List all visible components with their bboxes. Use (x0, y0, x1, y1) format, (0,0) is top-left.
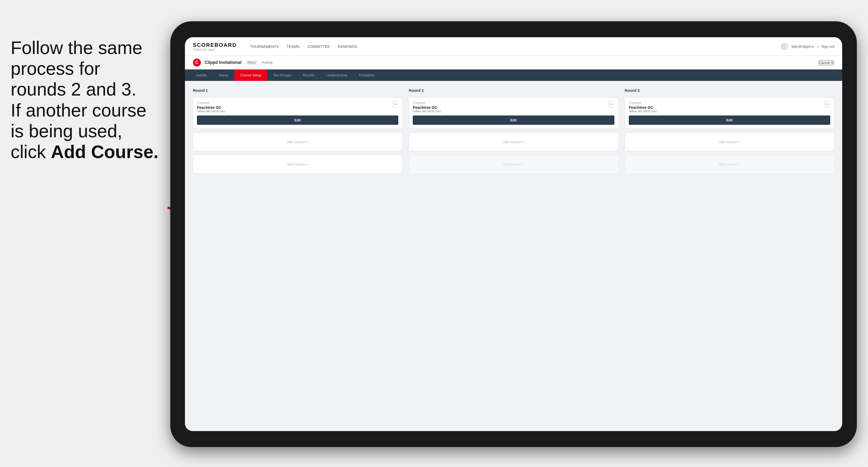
sub-header-left: C Clippd Invitational (Men) Hosting (193, 59, 273, 66)
round-3-course-name: Peachtree GC (629, 105, 657, 110)
round-3-course-details: Yellow (M) (6629 yds) (629, 110, 657, 113)
logo-sub: Powered by clippd (193, 48, 237, 51)
tab-tee-groups[interactable]: Tee Groups (268, 69, 297, 81)
tab-printables[interactable]: Printables (353, 69, 380, 81)
nav-teams[interactable]: TEAMS (287, 43, 299, 50)
tab-bar: Details Teams Course Setup Tee Groups Re… (185, 69, 842, 81)
round-3-course-label: (Course A) (629, 101, 657, 104)
instruction-text: Follow the same process for rounds 2 and… (0, 37, 186, 162)
round-1-column: Round 1 (Course A) Peachtree GC Yellow (… (193, 88, 402, 174)
round-1-edit-button[interactable]: Edit (197, 116, 398, 125)
round-1-add-course-label-1: Add Course + (287, 140, 308, 144)
round-3-title: Round 3 (625, 88, 834, 93)
main-content: Round 1 (Course A) Peachtree GC Yellow (… (185, 81, 842, 431)
tab-teams[interactable]: Teams (213, 69, 235, 81)
instruction-line6-bold: Add Course. (51, 142, 158, 162)
round-2-add-course-label-2: Add Course + (503, 162, 524, 166)
round-2-delete-icon[interactable]: ✕ (609, 101, 614, 107)
instruction-line4: If another course (11, 100, 146, 120)
instruction-line3: rounds 2 and 3. (11, 79, 136, 99)
cancel-button[interactable]: Cancel ✕ (818, 60, 834, 65)
nav-right: blair@clippd.io | Sign out (781, 43, 834, 50)
rounds-grid: Round 1 (Course A) Peachtree GC Yellow (… (193, 88, 834, 174)
round-2-column: Round 2 (Course A) Peachtree GC Yellow (… (409, 88, 618, 174)
instruction-line1: Follow the same (11, 37, 142, 58)
round-2-course-info: (Course A) Peachtree GC Yellow (M) (6629… (413, 101, 441, 116)
round-3-add-course-2[interactable]: Add Course + (625, 155, 834, 174)
round-2-add-course-label-1: Add Course + (503, 140, 524, 144)
round-2-course-details: Yellow (M) (6629 yds) (413, 110, 441, 113)
round-2-course-name: Peachtree GC (413, 105, 441, 110)
round-1-course-name: Peachtree GC (197, 105, 225, 110)
round-3-add-course-1[interactable]: Add Course + (625, 132, 834, 151)
round-3-add-course-label-2: Add Course + (719, 162, 740, 166)
round-1-delete-icon[interactable]: ✕ (393, 101, 398, 107)
round-3-course-info: (Course A) Peachtree GC Yellow (M) (6629… (629, 101, 657, 116)
round-3-add-course-label-1: Add Course + (719, 140, 740, 144)
round-1-course-label: (Course A) (197, 101, 225, 104)
round-1-course-info: (Course A) Peachtree GC Yellow (M) (6629… (197, 101, 225, 116)
round-3-column: Round 3 (Course A) Peachtree GC Yellow (… (625, 88, 834, 174)
tablet-screen: SCOREBOARD Powered by clippd TOURNAMENTS… (185, 37, 842, 431)
scoreboard-logo: SCOREBOARD Powered by clippd (193, 42, 237, 51)
logo-title: SCOREBOARD (193, 42, 237, 48)
round-1-add-course-1[interactable]: Add Course + (193, 132, 402, 151)
round-2-course-card: (Course A) Peachtree GC Yellow (M) (6629… (409, 97, 618, 129)
instruction-line6-prefix: click (11, 142, 51, 162)
sign-out-link[interactable]: Sign out (822, 44, 834, 49)
round-3-delete-icon[interactable]: ✕ (824, 101, 830, 107)
round-3-course-card: (Course A) Peachtree GC Yellow (M) (6629… (625, 97, 834, 129)
round-1-course-details: Yellow (M) (6629 yds) (197, 110, 225, 113)
round-2-course-label: (Course A) (413, 101, 441, 104)
tab-details[interactable]: Details (190, 69, 213, 81)
sub-header: C Clippd Invitational (Men) Hosting Canc… (185, 56, 842, 69)
tournament-gender: (Men) (245, 60, 258, 65)
nav-separator: | (817, 44, 818, 49)
tab-course-setup[interactable]: Course Setup (235, 69, 268, 81)
nav-links: TOURNAMENTS TEAMS COMMITTEE RANKINGS (250, 43, 781, 50)
nav-tournaments[interactable]: TOURNAMENTS (250, 43, 279, 50)
tournament-name: Clippd Invitational (205, 60, 242, 65)
hosting-label: Hosting (261, 61, 273, 64)
round-1-course-card: (Course A) Peachtree GC Yellow (M) (6629… (193, 97, 402, 129)
tab-leaderboards[interactable]: Leaderboards (320, 69, 353, 81)
instruction-line5: is being used, (11, 121, 122, 141)
round-1-add-course-label-2: Add Course + (287, 162, 308, 166)
round-2-edit-button[interactable]: Edit (413, 116, 614, 125)
round-3-edit-button[interactable]: Edit (629, 116, 830, 125)
round-1-title: Round 1 (193, 88, 402, 93)
round-1-card-header: (Course A) Peachtree GC Yellow (M) (6629… (197, 101, 398, 116)
clippd-icon: C (193, 59, 201, 66)
instruction-line2: process for (11, 58, 100, 79)
round-2-card-header: (Course A) Peachtree GC Yellow (M) (6629… (413, 101, 614, 116)
round-2-add-course-2[interactable]: Add Course + (409, 155, 618, 174)
top-nav: SCOREBOARD Powered by clippd TOURNAMENTS… (185, 37, 842, 56)
avatar (781, 43, 788, 50)
user-email: blair@clippd.io (792, 44, 814, 49)
round-3-card-header: (Course A) Peachtree GC Yellow (M) (6629… (629, 101, 830, 116)
round-2-title: Round 2 (409, 88, 618, 93)
round-2-add-course-1[interactable]: Add Course + (409, 132, 618, 151)
tab-results[interactable]: Results (297, 69, 320, 81)
round-1-add-course-2[interactable]: Add Course + (193, 155, 402, 174)
tablet-frame: SCOREBOARD Powered by clippd TOURNAMENTS… (170, 21, 857, 447)
nav-committee[interactable]: COMMITTEE (308, 43, 330, 50)
nav-rankings[interactable]: RANKINGS (338, 43, 358, 50)
clippd-letter: C (195, 60, 198, 65)
